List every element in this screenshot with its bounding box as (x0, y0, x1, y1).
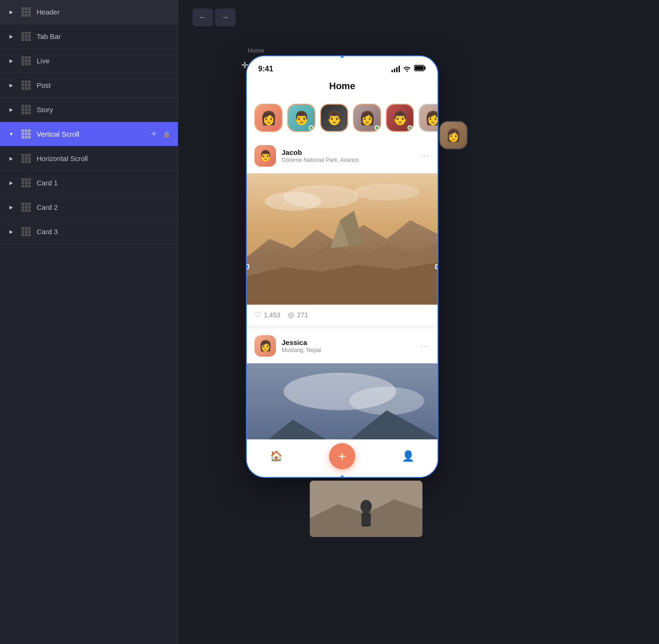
selection-handle-tr[interactable] (435, 55, 438, 59)
phone-frame: 9:41 Hom (246, 55, 438, 478)
status-icons (391, 65, 426, 73)
arrow-icon: ▶ (8, 106, 15, 114)
card1-component-icon (21, 178, 31, 188)
post-card-2: 👩 Jessica Mustang, Nepal ··· (247, 329, 437, 439)
plus-icon: + (338, 449, 346, 464)
selection-handle-tl[interactable] (246, 55, 249, 59)
story-avatar-4[interactable]: 👩 (353, 104, 381, 132)
post-avatar-2[interactable]: 👩 (254, 335, 276, 357)
arrow-icon: ▶ (8, 8, 15, 16)
status-bar: 9:41 (247, 56, 437, 77)
visibility-icon[interactable]: 👁 (151, 130, 157, 138)
post-menu-button-2[interactable]: ··· (420, 341, 430, 351)
sidebar-item-live[interactable]: ▶ Live (0, 49, 178, 73)
sidebar-item-card-3[interactable]: ▶ Card 3 (0, 220, 178, 244)
sidebar-item-card-1[interactable]: ▶ Card 1 (0, 171, 178, 195)
selection-handle-ml[interactable] (246, 264, 249, 269)
comments-stat: ◎ 271 (288, 310, 308, 319)
wifi-icon (403, 65, 411, 73)
arrow-icon: ▶ (8, 179, 15, 187)
likes-count: 1,453 (264, 311, 280, 319)
sidebar-item-vertical-scroll[interactable]: ▼ Vertical Scroll 👁 🔒 (0, 122, 178, 146)
sidebar: ▶ Header ▶ Tab Bar ▶ Live ▶ Post ▶ Story (0, 0, 178, 644)
post-avatar-1[interactable]: 👨 (254, 145, 276, 167)
post-author-name: Jacob (282, 148, 414, 156)
profile-tab[interactable]: 👤 (402, 450, 414, 462)
online-indicator (407, 125, 412, 130)
post-header-2: 👩 Jessica Mustang, Nepal ··· (247, 329, 437, 363)
home-icon: 🏠 (270, 450, 283, 462)
arrow-icon: ▶ (8, 33, 15, 40)
post-author-name-2: Jessica (282, 338, 414, 346)
svg-rect-20 (361, 513, 371, 527)
sidebar-item-horizontal-scroll[interactable]: ▶ Horizontal Scroll (0, 146, 178, 171)
svg-point-6 (354, 184, 420, 200)
sidebar-item-label: Story (37, 106, 170, 114)
sidebar-item-post[interactable]: ▶ Post (0, 73, 178, 98)
post-image-2 (247, 363, 437, 439)
selection-handle-br[interactable] (435, 475, 438, 478)
story-avatar-5[interactable]: 👨 (386, 104, 414, 132)
move-handle-icon: ✛ (241, 60, 248, 70)
phone-screen: 9:41 Hom (247, 56, 437, 477)
bottom-nav: 🏠 + 👤 (247, 439, 437, 477)
screen-header: Home (247, 77, 437, 99)
forward-button[interactable]: → (215, 8, 236, 26)
sidebar-item-card-2[interactable]: ▶ Card 2 (0, 195, 178, 220)
live-component-icon (21, 56, 31, 66)
story-component-icon (21, 105, 31, 115)
story-avatar-6[interactable]: 👩 (419, 104, 437, 132)
vertical-scroll-component-icon (21, 129, 31, 139)
sidebar-item-label: Tab Bar (37, 32, 170, 40)
post-info-1: Jacob Göreme National Park, Avanos (282, 148, 414, 163)
home-tab[interactable]: 🏠 (270, 450, 283, 462)
story-avatar-3[interactable]: 👨 (320, 104, 348, 132)
sidebar-item-label: Header (37, 8, 170, 16)
card3-component-icon (21, 227, 31, 237)
post-card-1: 👨 Jacob Göreme National Park, Avanos ··· (247, 138, 437, 325)
sidebar-item-label: Card 3 (37, 228, 170, 236)
tab-bar-component-icon (21, 31, 31, 42)
battery-icon (414, 65, 426, 73)
partial-card-image (310, 481, 422, 537)
sidebar-item-header[interactable]: ▶ Header (0, 0, 178, 24)
post-header-1: 👨 Jacob Göreme National Park, Avanos ··· (247, 138, 437, 173)
sidebar-item-label: Live (37, 57, 170, 65)
status-time: 9:41 (258, 65, 273, 73)
comments-count: 271 (297, 311, 308, 319)
arrow-icon: ▶ (8, 228, 15, 236)
sidebar-item-story[interactable]: ▶ Story (0, 98, 178, 122)
likes-stat: ♡ 1,453 (254, 310, 280, 319)
header-component-icon (21, 7, 31, 17)
selection-handle-tm[interactable] (340, 55, 345, 59)
sidebar-item-label: Card 2 (37, 203, 170, 211)
add-button[interactable]: + (329, 443, 355, 469)
selection-handle-bl[interactable] (246, 475, 249, 478)
sidebar-item-label: Horizontal Scroll (37, 154, 170, 162)
back-button[interactable]: ← (192, 8, 213, 26)
svg-rect-1 (424, 67, 426, 69)
svg-point-5 (284, 185, 359, 208)
horizontal-scroll-component-icon (21, 153, 31, 164)
expand-arrow-icon: ▼ (8, 130, 15, 138)
selection-handle-mr[interactable] (435, 264, 438, 269)
selection-handle-bm[interactable] (340, 475, 345, 478)
svg-rect-2 (415, 66, 424, 70)
nav-arrows: ← → (192, 8, 236, 26)
post-info-2: Jessica Mustang, Nepal (282, 338, 414, 353)
arrow-icon: ▶ (8, 57, 15, 65)
story-avatar-1[interactable]: 👩 (254, 104, 283, 132)
lock-icon[interactable]: 🔒 (163, 130, 170, 138)
sidebar-item-tab-bar[interactable]: ▶ Tab Bar (0, 24, 178, 49)
overflow-story-avatar[interactable]: 👩 (439, 121, 467, 149)
stories-row: 👩 👨 👨 👩 👨 👩 (247, 99, 437, 138)
post-menu-button[interactable]: ··· (420, 151, 430, 161)
svg-point-19 (360, 500, 372, 513)
arrow-icon: ▶ (8, 82, 15, 89)
post-image-1 (247, 173, 437, 305)
story-avatar-2[interactable]: 👨 (287, 104, 315, 132)
sidebar-item-label: Post (37, 81, 170, 89)
online-indicator (309, 125, 314, 130)
profile-icon: 👤 (402, 450, 414, 462)
post-component-icon (21, 80, 31, 91)
